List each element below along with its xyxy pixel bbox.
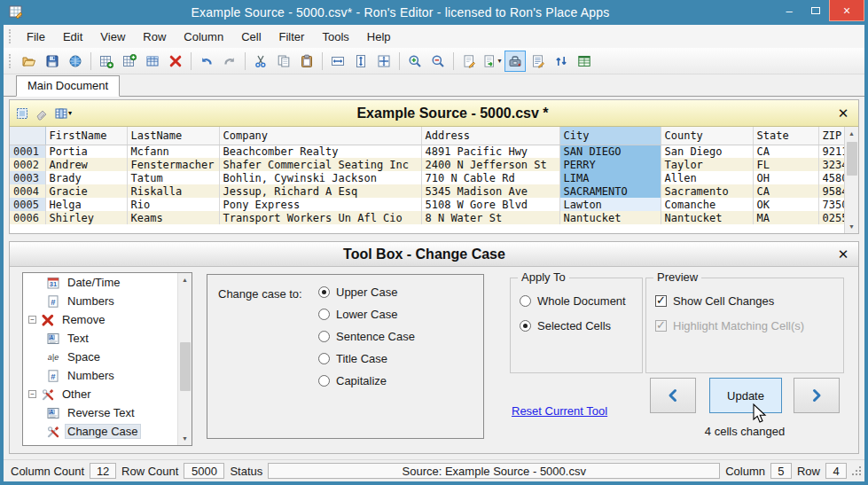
table-cell[interactable]: 9584 [818,184,844,198]
table-cell[interactable]: Nantucket [559,211,661,224]
table-cell[interactable]: Rio [127,198,219,211]
menu-item-filter[interactable]: Filter [270,27,314,47]
tree-item-change-case[interactable]: Change Case [23,422,192,441]
table-cell[interactable]: Keams [127,211,219,224]
table-cell[interactable]: 5345 Madison Ave [421,184,559,198]
toolbar-save-button[interactable] [42,51,63,72]
table-cell[interactable]: Andrew [45,158,127,171]
table-cell[interactable]: 4891 Pacific Hwy [421,145,559,158]
table-cell[interactable]: Lawton [559,198,661,211]
toolbar-edit-doc-button[interactable] [458,51,480,72]
table-cell[interactable]: Brady [45,171,127,184]
tree-scroll-down-icon[interactable]: ▼ [178,432,192,445]
tree-item-reverse-text[interactable]: AReverse Text [23,403,192,422]
table-cell[interactable]: 9211 [818,145,844,158]
table-cell[interactable]: Shafer Commercial Seating Inc [219,158,421,171]
reset-current-tool-link[interactable]: Reset Current Tool [512,404,607,418]
row-header[interactable]: 0001 [10,145,45,158]
toolbar-paste-button[interactable] [296,51,317,72]
table-cell[interactable]: 5108 W Gore Blvd [421,198,559,211]
scroll-down-icon[interactable]: ▼ [845,220,858,233]
table-cell[interactable]: 3234 [818,158,844,171]
close-button[interactable]: × [829,0,864,21]
table-cell[interactable]: Allen [661,171,753,184]
toolbar-fit-height-button[interactable] [350,51,371,72]
table-cell[interactable]: 0255 [818,211,844,224]
tree-item-remove[interactable]: −Remove [23,310,192,329]
table-cell[interactable]: Taylor [661,158,753,171]
table-cell[interactable]: Portia [45,145,127,158]
toolbar-excel-button[interactable] [574,51,595,72]
tree-expander-icon[interactable]: − [28,390,36,398]
toolbox-close-button[interactable]: ✕ [833,246,853,262]
table-cell[interactable]: OK [753,198,818,211]
table-cell[interactable]: 8 N Water St [421,211,559,224]
table-cell[interactable]: Mcfann [127,145,219,158]
checkbox-show-cell-changes[interactable]: Show Cell Changes [655,294,804,308]
radio-case-lower-case[interactable]: Lower Case [318,308,415,321]
table-cell[interactable]: PERRY [559,158,661,171]
table-cell[interactable]: 4580 [818,171,844,184]
table-cell[interactable]: Gracie [45,184,127,198]
radio-icon[interactable] [318,353,330,364]
column-header-zip[interactable]: ZIP [818,127,844,145]
toolbar-zoom-out-button[interactable] [427,51,449,72]
table-cell[interactable]: Fenstermacher [127,158,219,171]
table-cell[interactable]: 710 N Cable Rd [421,171,559,184]
document-close-button[interactable]: ✕ [833,106,853,121]
table-cell[interactable]: Sacramento [661,184,753,198]
scroll-up-icon[interactable]: ▲ [845,127,858,140]
toolbar-copy-button[interactable] [273,51,294,72]
toolbar-globe-button[interactable] [65,51,86,72]
table-cell[interactable]: Transport Workers Un Afl Cio [219,211,421,224]
grid-vertical-scrollbar[interactable]: ▲ ▼ [844,127,858,233]
docheader-select-range-button[interactable] [15,106,29,121]
checkbox-icon[interactable] [655,295,667,307]
next-tool-button[interactable] [794,378,840,413]
tree-scroll-thumb[interactable] [180,342,191,391]
table-cell[interactable]: Jessup, Richard A Esq [219,184,421,198]
table-cell[interactable]: Comanche [661,198,753,211]
menu-item-tools[interactable]: Tools [313,27,357,47]
tree-item-space[interactable]: a|eSpace [23,348,192,366]
tree-item-text[interactable]: AText [23,329,192,348]
menu-item-file[interactable]: File [18,27,54,47]
column-header-company[interactable]: Company [219,127,421,145]
row-header[interactable]: 0005 [10,198,45,211]
tree-item-date-time[interactable]: 31Date/Time [23,273,192,292]
toolbar-open-button[interactable] [19,51,40,72]
table-cell[interactable]: SAN DIEGO [559,145,661,158]
menu-item-edit[interactable]: Edit [54,27,91,47]
toolbar-fit-cell-button[interactable] [373,51,395,72]
menu-item-view[interactable]: View [91,27,134,47]
toolbar-insert-column-button[interactable] [96,51,117,72]
tree-scroll-up-icon[interactable]: ▲ [178,273,192,286]
table-cell[interactable]: Riskalla [127,184,219,198]
row-header[interactable]: 0002 [10,158,45,171]
tree-expander-icon[interactable]: − [28,316,36,324]
row-header[interactable]: 0003 [10,171,45,184]
dropdown-caret-icon[interactable]: ▾ [497,57,501,65]
table-cell[interactable]: Nantucket [661,211,753,224]
radio-icon[interactable] [318,375,330,387]
menu-item-cell[interactable]: Cell [232,27,270,47]
table-cell[interactable]: Tatum [127,171,219,184]
radio-icon[interactable] [318,309,330,320]
column-header-firstname[interactable]: FirstName [45,127,127,145]
radio-icon[interactable] [318,286,330,298]
minimize-button[interactable]: – [776,0,802,21]
docheader-table-view-button[interactable]: ▾ [54,106,72,121]
toolbar-redo-button[interactable] [219,51,240,72]
menu-item-row[interactable]: Row [134,27,175,47]
tree-item-other[interactable]: −Other [23,385,192,403]
table-cell[interactable]: CA [753,145,818,158]
radio-icon[interactable] [520,295,531,307]
table-cell[interactable]: MA [753,211,818,224]
toolbar-delete-button[interactable] [165,51,186,72]
docheader-eraser-button[interactable] [35,106,49,121]
table-cell[interactable]: 7350 [818,198,844,211]
toolbar-edit-list-button[interactable] [528,51,549,72]
row-header[interactable]: 0004 [10,184,45,198]
toolbar-export-doc-button[interactable]: ▾ [481,51,503,72]
radio-case-sentence-case[interactable]: Sentence Case [318,330,415,343]
